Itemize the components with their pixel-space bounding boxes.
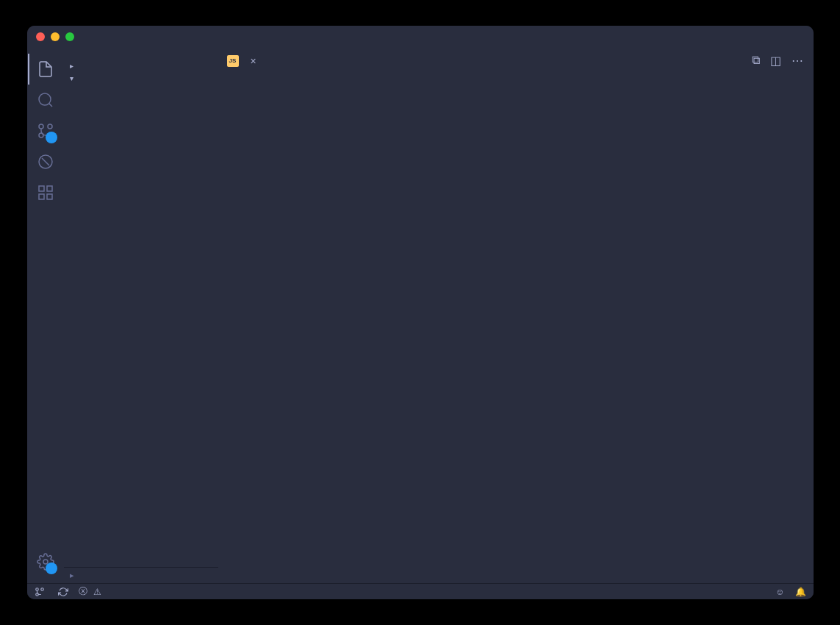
editor[interactable] xyxy=(218,74,814,583)
svg-point-4 xyxy=(39,124,43,129)
activity-explorer[interactable] xyxy=(28,54,63,85)
status-feedback[interactable]: ☺ xyxy=(775,587,784,597)
chevron-right-icon: ▸ xyxy=(70,571,74,580)
sync-icon xyxy=(58,587,68,597)
svg-point-12 xyxy=(40,588,43,590)
svg-rect-10 xyxy=(47,194,52,199)
svg-line-6 xyxy=(42,158,49,165)
svg-point-11 xyxy=(43,560,48,564)
tab-cli-js[interactable]: JS × xyxy=(218,48,265,74)
svg-point-2 xyxy=(48,124,52,129)
svg-rect-7 xyxy=(39,186,44,191)
chevron-down-icon: ▾ xyxy=(70,74,73,82)
svg-rect-9 xyxy=(39,194,44,199)
chevron-right-icon: ▸ xyxy=(70,62,73,70)
activity-scm[interactable] xyxy=(28,115,63,146)
status-notifications[interactable]: 🔔 xyxy=(795,587,806,597)
line-numbers xyxy=(218,74,262,583)
files-icon xyxy=(37,60,54,78)
status-bar: ⓧ ⚠ ☺ 🔔 xyxy=(27,583,814,599)
debug-icon xyxy=(37,153,54,171)
activity-bar xyxy=(27,48,64,583)
more-actions-icon[interactable]: ⋯ xyxy=(791,54,803,68)
tab-close-button[interactable]: × xyxy=(251,55,256,67)
status-sync[interactable] xyxy=(58,587,68,597)
svg-rect-8 xyxy=(47,186,52,191)
sidebar: ▸ ▾ ▸ xyxy=(64,48,218,583)
editor-area: JS × ⧉ ◫ ⋯ xyxy=(218,48,814,583)
svg-line-1 xyxy=(49,104,51,107)
search-icon xyxy=(37,91,54,109)
status-problems[interactable]: ⓧ ⚠ xyxy=(79,585,104,598)
titlebar xyxy=(27,26,814,48)
window-minimize-button[interactable] xyxy=(51,32,60,41)
branch-icon xyxy=(35,587,45,597)
scm-badge xyxy=(46,132,57,143)
outline-section[interactable]: ▸ xyxy=(64,567,218,583)
window-close-button[interactable] xyxy=(36,32,45,41)
activity-debug[interactable] xyxy=(28,146,63,177)
sidebar-title xyxy=(64,48,218,60)
project-section[interactable]: ▾ xyxy=(64,72,218,85)
split-editor-icon[interactable]: ◫ xyxy=(770,54,781,68)
settings-badge xyxy=(46,562,57,574)
compare-icon[interactable]: ⧉ xyxy=(752,54,760,68)
file-list xyxy=(64,85,218,567)
activity-settings[interactable] xyxy=(28,546,63,577)
open-editors-section[interactable]: ▸ xyxy=(64,60,218,72)
error-icon: ⓧ xyxy=(79,585,87,598)
warning-icon: ⚠ xyxy=(93,587,101,597)
tabs-bar: JS × ⧉ ◫ ⋯ xyxy=(218,48,814,74)
status-branch[interactable] xyxy=(35,587,48,597)
code-content[interactable] xyxy=(262,74,814,583)
svg-point-0 xyxy=(39,93,51,105)
extensions-icon xyxy=(37,184,54,201)
js-icon: JS xyxy=(227,55,239,67)
window-maximize-button[interactable] xyxy=(65,32,74,41)
vscode-window: ▸ ▾ ▸ JS × ⧉ ◫ xyxy=(27,26,814,599)
minimap[interactable] xyxy=(744,76,803,224)
activity-search[interactable] xyxy=(28,85,63,115)
svg-point-14 xyxy=(35,588,38,590)
activity-extensions[interactable] xyxy=(28,177,63,208)
